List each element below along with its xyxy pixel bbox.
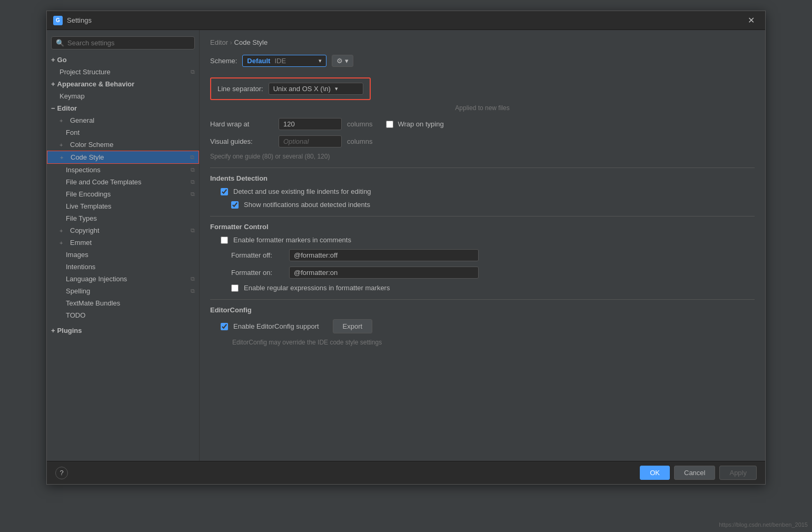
sidebar-item-general[interactable]: + General xyxy=(47,114,199,126)
enable-regex-row: Enable regular expressions in formatter … xyxy=(231,284,755,292)
sidebar-item-inspections[interactable]: Inspections ⧉ xyxy=(47,164,199,176)
editor-config-block: Enable EditorConfig support Export Edito… xyxy=(210,319,755,346)
export-button[interactable]: Export xyxy=(333,319,373,333)
indents-detection-block: Detect and use existing file indents for… xyxy=(210,188,755,209)
enable-editorconfig-checkbox[interactable] xyxy=(221,323,228,330)
sidebar-item-intentions[interactable]: Intentions xyxy=(47,261,199,273)
enable-regex-label: Enable regular expressions in formatter … xyxy=(244,284,390,292)
scheme-label: Scheme: xyxy=(210,57,237,65)
sidebar-item-appearance[interactable]: + Appearance & Behavior xyxy=(47,78,199,90)
cancel-button[interactable]: Cancel xyxy=(674,466,715,480)
copy-icon-file-code-templates: ⧉ xyxy=(191,179,195,185)
copy-icon: ⧉ xyxy=(191,68,195,75)
sidebar-item-file-types[interactable]: File Types xyxy=(47,212,199,224)
expand-icon-copyright: + xyxy=(60,228,67,234)
enable-formatter-checkbox[interactable] xyxy=(221,237,228,244)
help-button[interactable]: ? xyxy=(55,467,68,479)
sidebar-item-language-injections[interactable]: Language Injections ⧉ xyxy=(47,273,199,285)
watermark: https://blog.csdn.net/benben_2015 xyxy=(719,521,808,528)
bottom-actions: OK Cancel Apply xyxy=(640,466,757,480)
copy-icon-language-injections: ⧉ xyxy=(191,275,195,282)
show-notifications-checkbox[interactable] xyxy=(231,201,239,209)
sidebar-item-todo[interactable]: TODO xyxy=(47,309,199,321)
scheme-name: Default xyxy=(247,57,270,65)
sidebar-item-todo-label: TODO xyxy=(66,311,85,319)
sidebar-item-general-label: General xyxy=(70,116,94,124)
formatter-on-input[interactable] xyxy=(289,267,479,279)
sidebar-item-font[interactable]: Font xyxy=(47,126,199,139)
sidebar-item-textmate-bundles[interactable]: TextMate Bundles xyxy=(47,297,199,309)
wrap-on-typing-label: Wrap on typing xyxy=(398,120,443,128)
sidebar-item-spelling-label: Spelling xyxy=(66,287,90,295)
sidebar-item-keymap[interactable]: Keymap xyxy=(47,90,199,102)
editor-config-title: EditorConfig xyxy=(210,306,755,314)
settings-window: G Settings ✕ 🔍 + Go Project Structure ⧉ xyxy=(46,11,766,485)
title-bar-left: G Settings xyxy=(53,16,92,25)
gear-button[interactable]: ⚙ ▾ xyxy=(332,55,353,67)
sidebar-item-keymap-label: Keymap xyxy=(60,92,85,100)
apply-button[interactable]: Apply xyxy=(719,466,757,480)
sidebar-item-copyright[interactable]: + Copyright ⧉ xyxy=(47,224,199,237)
formatter-on-label: Formatter on: xyxy=(231,269,284,277)
expand-icon-color-scheme: + xyxy=(60,142,67,148)
ok-button[interactable]: OK xyxy=(640,466,670,480)
hard-wrap-row: Hard wrap at columns Wrap on typing xyxy=(210,118,755,130)
expand-icon-appearance: + xyxy=(51,80,55,88)
applied-note: Applied to new files xyxy=(210,104,755,112)
visual-guides-label: Visual guides: xyxy=(210,137,273,145)
detect-indents-checkbox[interactable] xyxy=(221,188,228,195)
sidebar-item-images[interactable]: Images xyxy=(47,249,199,261)
breadcrumb: Editor › Code Style xyxy=(210,38,755,46)
formatter-off-label: Formatter off: xyxy=(231,251,284,259)
sidebar-item-go[interactable]: + Go xyxy=(47,54,199,66)
hard-wrap-input[interactable] xyxy=(279,118,342,130)
editor-config-note: EditorConfig may override the IDE code s… xyxy=(232,339,755,346)
sidebar-item-live-templates[interactable]: Live Templates xyxy=(47,200,199,212)
sidebar-item-emmet[interactable]: + Emmet xyxy=(47,237,199,249)
sidebar-item-emmet-label: Emmet xyxy=(70,239,92,247)
sidebar-item-appearance-label: Appearance & Behavior xyxy=(57,80,135,88)
close-button[interactable]: ✕ xyxy=(744,13,759,27)
detect-indents-row: Detect and use existing file indents for… xyxy=(221,188,755,195)
sidebar-item-color-scheme-label: Color Scheme xyxy=(70,141,113,149)
enable-regex-checkbox[interactable] xyxy=(231,284,239,292)
sidebar-item-copyright-label: Copyright xyxy=(70,226,100,234)
hard-wrap-label: Hard wrap at xyxy=(210,120,273,128)
window-title: Settings xyxy=(67,16,92,24)
formatter-off-input[interactable] xyxy=(289,249,479,261)
sidebar-item-live-templates-label: Live Templates xyxy=(66,202,111,210)
visual-guides-input[interactable] xyxy=(279,135,342,147)
sidebar-item-spelling[interactable]: Spelling ⧉ xyxy=(47,285,199,297)
line-separator-label: Line separator: xyxy=(217,85,263,93)
sidebar: 🔍 + Go Project Structure ⧉ + Appearance … xyxy=(47,30,200,461)
sidebar-item-project-structure[interactable]: Project Structure ⧉ xyxy=(47,66,199,78)
sidebar-item-plugins[interactable]: + Plugins xyxy=(47,323,199,337)
sidebar-item-editor[interactable]: − Editor xyxy=(47,102,199,114)
visual-guides-hint: Specify one guide (80) or several (80, 1… xyxy=(210,153,755,160)
line-separator-value: Unix and OS X (\n) xyxy=(273,85,331,93)
sidebar-item-color-scheme[interactable]: + Color Scheme xyxy=(47,139,199,151)
sidebar-item-file-code-templates[interactable]: File and Code Templates ⧉ xyxy=(47,176,199,188)
show-notifications-label: Show notifications about detected indent… xyxy=(244,201,370,209)
search-input[interactable] xyxy=(67,39,190,47)
sidebar-item-images-label: Images xyxy=(66,251,88,259)
app-logo: G xyxy=(53,16,63,25)
sidebar-item-file-encodings[interactable]: File Encodings ⧉ xyxy=(47,188,199,200)
breadcrumb-current: Code Style xyxy=(234,38,268,46)
sidebar-item-code-style-label: Code Style xyxy=(71,153,104,161)
scheme-dropdown[interactable]: Default IDE ▾ xyxy=(242,55,326,67)
wrap-on-typing-row: Wrap on typing xyxy=(386,120,443,128)
scheme-dropdown-arrow: ▾ xyxy=(319,57,322,64)
sidebar-item-file-code-templates-label: File and Code Templates xyxy=(66,178,142,186)
sidebar-item-file-types-label: File Types xyxy=(66,214,97,222)
sidebar-item-code-style[interactable]: + Code Style ⧉ xyxy=(47,151,199,164)
search-box[interactable]: 🔍 xyxy=(51,36,195,50)
formatter-on-row: Formatter on: xyxy=(231,267,755,279)
sidebar-item-inspections-label: Inspections xyxy=(66,166,101,174)
indents-detection-title: Indents Detection xyxy=(210,174,755,182)
bottom-bar: ? OK Cancel Apply xyxy=(47,461,765,484)
wrap-on-typing-checkbox[interactable] xyxy=(386,121,393,128)
sidebar-item-font-label: Font xyxy=(66,129,80,136)
sidebar-item-editor-label: Editor xyxy=(57,104,77,112)
line-separator-dropdown[interactable]: Unix and OS X (\n) ▾ xyxy=(269,83,363,95)
